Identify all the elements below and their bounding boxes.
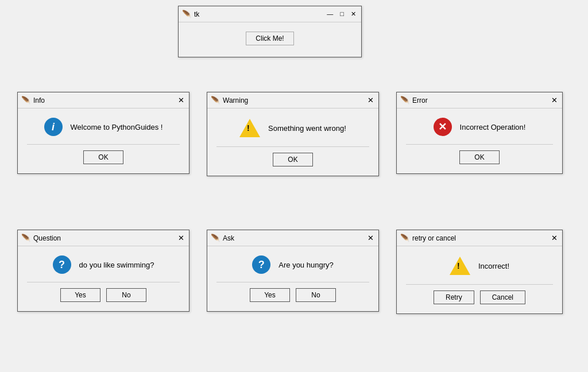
ask-yes-button[interactable]: Yes (250, 288, 290, 302)
question-body: ? do you like swimming? Yes No (18, 246, 189, 311)
ask-no-button[interactable]: No (296, 288, 336, 302)
error-titlebar: 🪶 Error ✕ (397, 92, 562, 108)
warning-message-row: Something went wrong! (216, 118, 369, 138)
error-title: Error (412, 96, 428, 104)
error-message: Incorrect Operation! (460, 123, 526, 131)
info-dialog: 🪶 Info ✕ i Welcome to PythonGuides ! OK (17, 92, 189, 174)
error-icon: ✕ (434, 118, 452, 136)
minimize-button[interactable]: — (325, 11, 335, 17)
ask-feather-icon: 🪶 (211, 234, 220, 242)
retry-title: retry or cancel (412, 234, 456, 242)
ask-message-row: ? Are you hungry? (216, 255, 369, 274)
titlebar-left: 🪶 tk (182, 10, 199, 18)
main-titlebar: 🪶 tk — □ ✕ (179, 6, 361, 22)
retry-message-row: Incorrect! (406, 255, 553, 276)
info-message-row: i Welcome to PythonGuides ! (27, 118, 180, 136)
main-window: 🪶 tk — □ ✕ Click Me! (178, 6, 362, 57)
warning-icon (239, 119, 260, 137)
retry-retry-button[interactable]: Retry (434, 290, 474, 304)
ask-body: ? Are you hungry? Yes No (207, 246, 378, 311)
retry-titlebar-left: 🪶 retry or cancel (400, 234, 456, 242)
info-close-button[interactable]: ✕ (177, 96, 185, 104)
ask-titlebar-left: 🪶 Ask (211, 234, 234, 242)
retry-dialog: 🪶 retry or cancel ✕ Incorrect! Retry Can… (396, 230, 563, 314)
main-window-body: Click Me! (179, 22, 361, 57)
question-title: Question (33, 234, 61, 242)
retry-feather-icon: 🪶 (400, 234, 409, 242)
info-titlebar-left: 🪶 Info (21, 96, 45, 104)
info-body: i Welcome to PythonGuides ! OK (18, 108, 189, 173)
question-yes-button[interactable]: Yes (60, 288, 100, 302)
error-btn-row: OK (406, 144, 553, 164)
question-close-button[interactable]: ✕ (177, 234, 185, 242)
info-title: Info (33, 96, 45, 104)
ask-btn-row: Yes No (216, 282, 369, 302)
question-feather-icon: 🪶 (21, 234, 30, 242)
retry-message: Incorrect! (478, 262, 509, 270)
retry-btn-row: Retry Cancel (406, 284, 553, 304)
info-titlebar: 🪶 Info ✕ (18, 92, 189, 108)
warning-dialog: 🪶 Warning ✕ Something went wrong! OK (207, 92, 379, 176)
retry-warning-icon (450, 257, 470, 275)
retry-body: Incorrect! Retry Cancel (397, 246, 562, 313)
main-window-title: tk (194, 10, 199, 18)
question-icon: ? (53, 255, 71, 274)
ask-message: Are you hungry? (278, 261, 333, 269)
info-ok-button[interactable]: OK (83, 150, 123, 164)
error-feather-icon: 🪶 (400, 96, 409, 104)
error-close-button[interactable]: ✕ (550, 96, 559, 104)
info-feather-icon: 🪶 (21, 96, 30, 104)
error-message-row: ✕ Incorrect Operation! (406, 118, 553, 136)
warning-ok-button[interactable]: OK (273, 153, 313, 166)
retry-titlebar: 🪶 retry or cancel ✕ (397, 230, 562, 246)
maximize-button[interactable]: □ (338, 11, 346, 17)
retry-warning-icon-wrapper (450, 255, 470, 276)
error-titlebar-left: 🪶 Error (400, 96, 428, 104)
question-dialog: 🪶 Question ✕ ? do you like swimming? Yes… (17, 230, 189, 312)
warning-icon-wrapper (239, 118, 260, 138)
ask-dialog: 🪶 Ask ✕ ? Are you hungry? Yes No (207, 230, 379, 312)
retry-cancel-button[interactable]: Cancel (480, 290, 525, 304)
error-body: ✕ Incorrect Operation! OK (397, 108, 562, 173)
retry-close-button[interactable]: ✕ (550, 234, 559, 242)
question-message-row: ? do you like swimming? (27, 255, 180, 274)
warning-body: Something went wrong! OK (207, 108, 378, 176)
question-no-button[interactable]: No (106, 288, 146, 302)
warning-feather-icon: 🪶 (211, 96, 220, 104)
question-titlebar-left: 🪶 Question (21, 234, 61, 242)
click-me-button[interactable]: Click Me! (246, 32, 293, 45)
error-ok-button[interactable]: OK (459, 150, 500, 164)
ask-icon: ? (252, 255, 270, 274)
info-btn-row: OK (27, 144, 180, 164)
warning-btn-row: OK (216, 146, 369, 166)
warning-titlebar-left: 🪶 Warning (211, 96, 248, 104)
question-message: do you like swimming? (79, 261, 154, 269)
question-btn-row: Yes No (27, 282, 180, 302)
ask-title: Ask (223, 234, 234, 242)
warning-title: Warning (223, 96, 248, 104)
warning-message: Something went wrong! (268, 124, 346, 133)
tk-feather-icon: 🪶 (182, 10, 191, 18)
error-dialog: 🪶 Error ✕ ✕ Incorrect Operation! OK (396, 92, 563, 174)
info-icon: i (44, 118, 63, 136)
close-button[interactable]: ✕ (349, 11, 358, 17)
question-titlebar: 🪶 Question ✕ (18, 230, 189, 246)
info-message: Welcome to PythonGuides ! (71, 123, 163, 131)
warning-close-button[interactable]: ✕ (366, 96, 375, 104)
ask-titlebar: 🪶 Ask ✕ (207, 230, 378, 246)
titlebar-controls: — □ ✕ (325, 11, 358, 17)
ask-close-button[interactable]: ✕ (366, 234, 375, 242)
warning-titlebar: 🪶 Warning ✕ (207, 92, 378, 108)
